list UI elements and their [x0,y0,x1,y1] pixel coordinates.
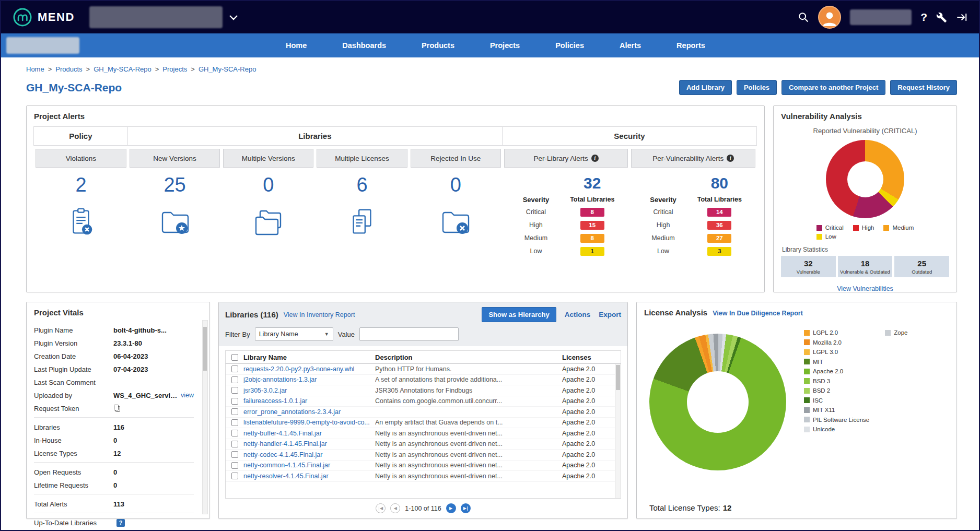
filter-field-select[interactable]: Library Name [255,327,333,341]
library-name-link[interactable]: j2objc-annotations-1.3.jar [243,376,375,383]
severity-count-badge[interactable]: 14 [707,208,731,217]
copy-icon[interactable] [113,404,121,412]
row-checkbox[interactable] [231,419,238,426]
action-button[interactable]: Compare to another Project [781,80,885,95]
view-in-inventory-report-link[interactable]: View In Inventory Report [284,311,355,318]
scrollbar-thumb[interactable] [616,365,620,390]
library-name-link[interactable]: listenablefuture-9999.0-empty-to-avoid-c… [243,419,375,426]
severity-count-badge[interactable]: 15 [580,221,604,230]
view-in-due-diligence-report-link[interactable]: View In Due Diligence Report [713,310,803,317]
table-row[interactable]: failureaccess-1.0.1.jar Contains com.goo… [226,396,621,407]
scrollbar-thumb[interactable] [203,327,207,371]
severity-count-badge[interactable]: 1 [580,247,604,256]
info-icon[interactable] [727,155,734,162]
vitals-scrollbar[interactable] [202,320,208,514]
stat-box[interactable]: 32 Vulnerable [781,256,836,277]
table-row[interactable]: netty-handler-4.1.45.Final.jar Netty is … [226,439,621,450]
table-row[interactable]: listenablefuture-9999.0-empty-to-avoid-c… [226,418,621,429]
table-row[interactable]: j2objc-annotations-1.3.jar A set of anno… [226,375,621,386]
select-all-checkbox[interactable] [231,354,238,361]
pagination-last-button[interactable] [461,503,471,513]
row-checkbox[interactable] [231,430,238,436]
action-button[interactable]: Add Library [679,80,732,95]
severity-count-badge[interactable]: 8 [580,208,604,217]
library-name-link[interactable]: netty-resolver-4.1.45.Final.jar [243,473,375,480]
severity-count-badge[interactable]: 27 [707,234,731,243]
action-button[interactable]: Request History [890,80,957,95]
row-checkbox[interactable] [231,398,238,405]
breadcrumb-link[interactable]: Projects [162,65,187,73]
help-icon[interactable] [920,11,927,23]
row-checkbox[interactable] [231,473,238,479]
library-name-link[interactable]: netty-buffer-4.1.45.Final.jar [243,430,375,437]
tab-per-library-alerts[interactable]: Per-Library Alerts [504,149,628,168]
tab-multiple-versions[interactable]: Multiple Versions [223,149,313,168]
row-checkbox[interactable] [231,462,238,469]
search-icon[interactable] [798,11,809,23]
action-button[interactable]: Policies [737,80,777,95]
row-checkbox[interactable] [231,387,238,394]
pagination-first-button[interactable] [376,503,386,513]
severity-count-badge[interactable]: 8 [580,234,604,243]
wrench-icon[interactable] [936,12,947,23]
filter-value-input[interactable] [359,327,459,341]
tab-rejected-in-use[interactable]: Rejected In Use [411,149,501,168]
avatar[interactable] [818,6,841,29]
show-as-hierarchy-button[interactable]: Show as Hierarchy [482,307,556,322]
info-icon[interactable] [591,155,599,162]
library-name-link[interactable]: jsr305-3.0.2.jar [243,387,375,394]
library-name-link[interactable]: error_prone_annotations-2.3.4.jar [243,408,375,416]
view-vulnerabilities-link[interactable]: View Vulnerabilities [837,285,893,292]
license-donut-chart[interactable] [649,334,786,470]
export-button[interactable]: Export [599,311,621,318]
breadcrumb-link[interactable]: Home [26,65,44,73]
nav-item[interactable]: Home [286,41,307,50]
nav-item[interactable]: Products [422,41,454,50]
nav-item[interactable]: Policies [555,41,584,50]
nav-item[interactable]: Reports [676,41,705,50]
table-row[interactable]: netty-codec-4.1.45.Final.jar Netty is an… [226,450,621,461]
severity-count-badge[interactable]: 3 [707,247,731,256]
legend-item: ISC [804,397,869,404]
nav-item[interactable]: Projects [490,41,520,50]
library-name-link[interactable]: netty-handler-4.1.45.Final.jar [243,440,375,447]
stat-box[interactable]: 18 Vulnerable & Outdated [838,256,893,277]
row-checkbox[interactable] [231,376,238,383]
library-name-link[interactable]: netty-codec-4.1.45.Final.jar [243,451,375,458]
legend-swatch [804,417,810,422]
breadcrumb-link[interactable]: Products [55,65,82,73]
chevron-down-icon[interactable] [229,15,238,20]
tab-violations[interactable]: Violations [36,149,126,168]
breadcrumb-link[interactable]: GH_My-SCA-Repo [199,65,256,73]
breadcrumb-link[interactable]: GH_My-SCA-Repo [94,65,151,73]
row-checkbox[interactable] [231,441,238,447]
table-row[interactable]: error_prone_annotations-2.3.4.jar Apache… [226,407,621,418]
actions-menu[interactable]: Actions [565,311,591,318]
table-row[interactable]: netty-resolver-4.1.45.Final.jar Netty is… [226,471,621,482]
nav-item[interactable]: Dashboards [342,41,386,50]
row-checkbox[interactable] [231,451,238,458]
table-row[interactable]: requests-2.20.0-py2.py3-none-any.whl Pyt… [226,364,621,375]
nav-item[interactable]: Alerts [620,41,641,50]
table-row[interactable]: jsr305-3.0.2.jar JSR305 Annotations for … [226,385,621,396]
logout-icon[interactable] [956,11,967,23]
library-name-link[interactable]: netty-common-4.1.45.Final.jar [243,462,375,469]
stat-box[interactable]: 25 Outdated [894,256,949,277]
redacted-org-selector[interactable] [89,6,223,28]
tab-new-versions[interactable]: New Versions [130,149,220,168]
table-scrollbar[interactable] [615,364,621,498]
pagination-prev-button[interactable] [390,503,400,513]
table-row[interactable]: netty-buffer-4.1.45.Final.jar Netty is a… [226,428,621,439]
library-name-link[interactable]: requests-2.20.0-py2.py3-none-any.whl [243,365,375,373]
tab-multiple-licenses[interactable]: Multiple Licenses [317,149,407,168]
severity-count-badge[interactable]: 36 [707,221,731,230]
pagination-next-button[interactable] [446,503,456,513]
tab-per-vulnerability-alerts[interactable]: Per-Vulnerability Alerts [631,149,755,168]
row-checkbox[interactable] [231,365,238,372]
vulnerability-donut-chart[interactable] [826,140,904,218]
up-to-date-help-icon[interactable] [116,519,125,527]
table-row[interactable]: netty-common-4.1.45.Final.jar Netty is a… [226,461,621,471]
row-checkbox[interactable] [231,408,238,415]
uploaded-by-view-link[interactable]: view [181,392,194,399]
library-name-link[interactable]: failureaccess-1.0.1.jar [243,397,375,405]
